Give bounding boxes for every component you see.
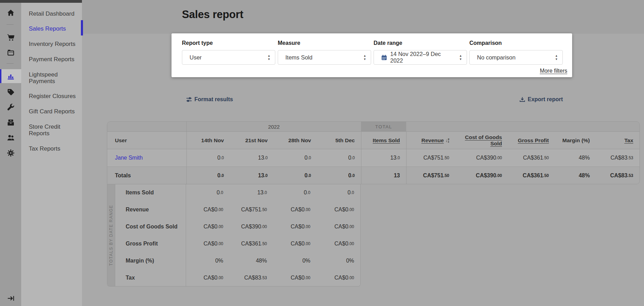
report-type-value: User [190, 54, 202, 61]
group-header-year: 2022 [186, 122, 361, 131]
sub-row-items-sold: Items Sold 0.0 13.0 0.0 0.0 [115, 184, 360, 201]
export-report-button[interactable]: Export report [519, 96, 563, 103]
sub-row-label: Gross Profit [115, 235, 186, 252]
group-header-blank [107, 122, 186, 131]
table-cell: CA$0.00 [186, 269, 229, 286]
user-link[interactable]: Jane Smith [115, 155, 143, 161]
column-header-cogs[interactable]: Cost of Goods Sold [455, 132, 508, 149]
report-table-main: 2022 TOTAL User 14th Nov 21st Nov 28th N… [107, 121, 640, 184]
measure-label: Measure [278, 40, 371, 46]
column-header-revenue[interactable]: Revenue ↓91 [406, 132, 455, 149]
measure-value: Items Sold [285, 54, 312, 61]
report-type-select[interactable]: User ▲▼ [182, 50, 275, 65]
totals-by-date-range-label: TOTALS BY DATE RANGE [109, 205, 114, 266]
column-header-date: 14th Nov [186, 132, 230, 149]
table-cell: 0% [273, 252, 317, 269]
group-header-total: TOTAL [361, 122, 406, 131]
table-cell: CA$0.00 [273, 201, 317, 218]
sidebar-item-inventory-reports[interactable]: Inventory Reports [29, 41, 79, 47]
sidebar-item-sales-reports[interactable]: Sales Reports [29, 25, 79, 32]
table-cell: 0.0 [317, 167, 361, 184]
column-header-gross-profit[interactable]: Gross Profit [508, 132, 555, 149]
sub-row-margin: Margin (%) 0% 48% 0% 0% [115, 252, 360, 269]
table-cell: 48% [555, 167, 596, 184]
table-cell: 48% [555, 149, 596, 167]
sidebar-icon-rail [0, 0, 21, 306]
table-cell: CA$0.00 [273, 235, 317, 252]
date-range-select[interactable]: 14 Nov 2022–9 Dec 2022 ▲▼ [374, 50, 467, 65]
table-cell: CA$83.53 [596, 167, 639, 184]
table-cell: 0.0 [274, 167, 317, 184]
table-cell: CA$83.53 [596, 149, 639, 167]
sort-numeric-desc-icon: ↓91 [445, 138, 449, 143]
table-cell: CA$390.00 [455, 149, 508, 167]
table-cell: CA$751.50 [406, 149, 455, 167]
sub-row-gross-profit: Gross Profit CA$0.00 CA$361.50 CA$0.00 C… [115, 235, 360, 252]
table-cell: CA$0.00 [186, 201, 229, 218]
sidebar-item-retail-dashboard[interactable]: Retail Dashboard [29, 10, 79, 17]
date-range-field: Date range 14 Nov 2022–9 Dec 2022 ▲▼ [374, 40, 467, 65]
table-cell: 0.0 [186, 149, 230, 167]
measure-field: Measure Items Sold ▲▼ [278, 40, 371, 65]
more-filters-link[interactable]: More filters [540, 68, 567, 74]
table-cell: CA$390.00 [229, 218, 273, 235]
sidebar-item-register-closures[interactable]: Register Closures [29, 93, 79, 99]
icon-divider [7, 24, 14, 25]
column-header-revenue-label[interactable]: Revenue [421, 137, 444, 144]
table-cell: 13 [361, 167, 406, 184]
group-header-blank [406, 122, 639, 131]
comparison-value: No comparison [477, 54, 516, 61]
column-header-margin: Margin (%) [555, 132, 596, 149]
comparison-select[interactable]: No comparison ▲▼ [469, 50, 563, 65]
products-box-icon[interactable] [6, 118, 15, 127]
table-cell: 0.0 [317, 149, 361, 167]
format-results-label: Format results [194, 96, 233, 103]
register-icon[interactable] [6, 48, 15, 57]
gear-icon[interactable] [6, 148, 15, 157]
table-cell: CA$0.00 [186, 218, 229, 235]
wrench-icon[interactable] [6, 103, 15, 111]
table-cell: 13.0 [229, 184, 273, 201]
format-sliders-icon [186, 97, 192, 103]
sidebar-item-payment-reports[interactable]: Payment Reports [29, 56, 79, 63]
measure-select[interactable]: Items Sold ▲▼ [278, 50, 371, 65]
table-totals-row: Totals 0.0 13.0 0.0 0.0 13 CA$751.50 CA$… [107, 167, 639, 184]
sidebar-item-lightspeed-payments[interactable]: Lightspeed Payments [29, 71, 67, 84]
column-header-tax[interactable]: Tax [596, 132, 639, 149]
table-row: Jane Smith 0.0 13.0 0.0 0.0 13.0 CA$751.… [107, 149, 639, 167]
table-cell: 48% [229, 252, 273, 269]
column-header-user: User [107, 132, 186, 149]
totals-by-date-range-rows: Items Sold 0.0 13.0 0.0 0.0 Revenue CA$0… [115, 184, 360, 286]
table-group-header-row: 2022 TOTAL [107, 122, 639, 132]
tag-icon[interactable] [6, 88, 15, 96]
download-icon [519, 97, 525, 103]
table-cell: CA$0.00 [317, 235, 360, 252]
stepper-arrows-icon: ▲▼ [268, 55, 270, 61]
table-cell: CA$751.50 [229, 201, 273, 218]
format-results-button[interactable]: Format results [186, 96, 233, 103]
date-range-value: 14 Nov 2022–9 Dec 2022 [390, 51, 454, 64]
table-cell: CA$0.00 [317, 201, 360, 218]
table-cell: 0.0 [317, 184, 360, 201]
top-strip [0, 0, 82, 3]
table-cell: 0.0 [274, 149, 317, 167]
column-header-items-sold[interactable]: Items Sold [361, 132, 406, 149]
table-cell: CA$83.53 [229, 269, 273, 286]
customers-icon[interactable] [6, 133, 15, 142]
stepper-arrows-icon: ▲▼ [363, 55, 366, 61]
sidebar-item-store-credit-reports[interactable]: Store Credit Reports [29, 123, 67, 137]
reports-menu: Retail Dashboard Sales Reports Inventory… [21, 0, 82, 306]
reports-chart-icon[interactable] [6, 72, 15, 81]
stepper-arrows-icon: ▲▼ [459, 55, 462, 61]
collapse-sidebar-icon[interactable] [6, 294, 15, 303]
cart-icon[interactable] [6, 33, 15, 42]
stepper-arrows-icon: ▲▼ [555, 55, 558, 61]
export-report-label: Export report [528, 96, 563, 103]
table-cell: CA$0.00 [317, 218, 360, 235]
table-cell: 13.0 [230, 167, 274, 184]
home-icon[interactable] [6, 8, 15, 17]
sidebar-item-gift-card-reports[interactable]: Gift Card Reports [29, 108, 79, 115]
sales-report-table: 2022 TOTAL User 14th Nov 21st Nov 28th N… [107, 121, 640, 287]
sidebar-item-tax-reports[interactable]: Tax Reports [29, 145, 79, 152]
table-cell: CA$390.00 [455, 167, 508, 184]
